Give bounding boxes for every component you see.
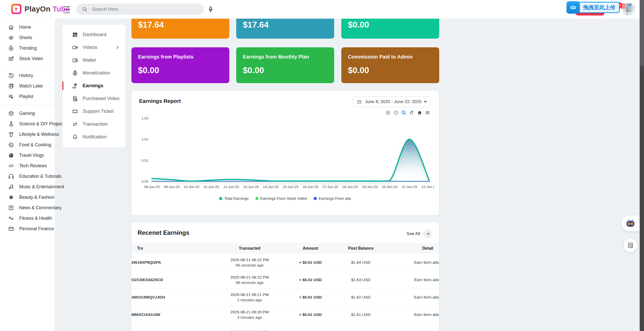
column-header-transacted: Transacted: [214, 243, 285, 254]
beauty-icon: [8, 194, 14, 201]
menu-item-purchased-video[interactable]: Purchased Video: [62, 92, 126, 105]
ai-assistant-button[interactable]: [621, 215, 640, 231]
wallet-icon: [72, 57, 78, 63]
detail-cell: Earn form ads: [386, 271, 439, 289]
sidebar-item-personal-finance[interactable]: Personal Finance: [0, 224, 55, 234]
earnings-chart[interactable]: 1.531.020.510.0008-Jun-2509-Jun-2510-Jun…: [137, 114, 434, 194]
sidebar-item-education-tutorials[interactable]: Education & Tutorials: [0, 171, 55, 182]
legend-item-total-earnings[interactable]: Total Earnings: [219, 196, 248, 201]
earnings-icon: [72, 82, 78, 89]
sidebar-item-watch-later[interactable]: Watch Later: [0, 81, 55, 91]
legend-item-earnings-from-ads[interactable]: Earnings From ads: [314, 196, 351, 201]
ai-assistant-icon: [625, 218, 636, 228]
summary-card[interactable]: $0.00: [341, 18, 439, 39]
gaming-icon: [8, 110, 14, 117]
menu-item-wallet[interactable]: Wallet: [62, 54, 126, 67]
svg-text:22-Jun-25: 22-Jun-25: [422, 185, 434, 189]
earnings-report-card: Earnings Report June 8, 2025 - June 22, …: [131, 91, 439, 215]
sidebar-item-label: Fitness & Health: [19, 216, 52, 221]
summary-card[interactable]: $17.64: [236, 18, 334, 39]
menu-item-transaction[interactable]: Transaction: [62, 118, 126, 130]
svg-text:1.53: 1.53: [142, 116, 148, 120]
home-icon: [8, 24, 14, 31]
trx-cell: AW1G3WQVJJGH: [131, 289, 214, 306]
summary-card-earnings-from-monthly-plan[interactable]: Earnings from Monthly Plan$0.00: [236, 47, 334, 83]
svg-text:09-Jun-25: 09-Jun-25: [164, 185, 179, 189]
sidebar-item-stock-video[interactable]: Stock Video: [0, 53, 55, 64]
search-bar[interactable]: [76, 4, 204, 15]
monetization-icon: [72, 70, 78, 76]
videos-icon: [72, 44, 78, 51]
column-header-post-balance: Post Balance: [336, 243, 386, 254]
sidebar-item-gaming[interactable]: Gaming: [0, 108, 55, 119]
mic-icon[interactable]: [206, 5, 215, 14]
sidebar-item-label: Watch Later: [19, 83, 43, 89]
transaction-icon: [72, 121, 78, 127]
sidebar-item-label: Beauty & Fashion: [19, 195, 54, 200]
svg-text:12-Jun-25: 12-Jun-25: [223, 185, 239, 189]
sidebar-item-beauty-fashion[interactable]: Beauty & Fashion: [0, 192, 55, 203]
table-row[interactable]: 2025-06-21 06:18 PM: [131, 323, 439, 331]
menu-item-dashboard[interactable]: Dashboard: [62, 28, 126, 41]
table-row[interactable]: 9B6XCIA51UIW2025-06-21 06:20 PM3 minutes…: [131, 306, 439, 323]
summary-card-value: $0.00: [138, 65, 223, 75]
post-balance-cell: $1.61 USD: [336, 306, 386, 323]
table-row[interactable]: 2W19XP9QIZPA2025-06-21 06:22 PM56 second…: [131, 254, 439, 271]
notes-button[interactable]: [624, 238, 637, 252]
menu-item-videos[interactable]: Videos: [62, 41, 126, 54]
earnings-table-header: TrxTransactedAmountPost BalanceDetail: [131, 243, 439, 254]
purchased-video-icon: [72, 95, 78, 102]
table-row[interactable]: OZCDESS6Z5CD2025-06-21 06:22 PM58 second…: [131, 271, 439, 289]
svg-text:18-Jun-25: 18-Jun-25: [342, 185, 358, 189]
amount-cell: + $0.01 USD: [285, 271, 335, 289]
legend-item-earnings-from-stock-video[interactable]: Earnings From Stock Video: [255, 196, 307, 201]
summary-card-earnings-from-playlists[interactable]: Earnings from Playlists$0.00: [131, 47, 229, 83]
sidebar-item-home[interactable]: Home: [0, 22, 55, 32]
summary-card-value: $17.64: [243, 20, 334, 30]
arrow-right-icon: [423, 229, 432, 238]
see-all-button[interactable]: See All: [406, 229, 432, 238]
app-logo[interactable]: PlayOnTube: [11, 4, 70, 14]
summary-card-value: $0.00: [348, 20, 439, 30]
sidebar-item-label: Music & Entertainment: [19, 184, 64, 190]
sidebar-item-history[interactable]: History: [0, 70, 55, 81]
menu-item-label: Support Ticket: [83, 108, 114, 114]
post-balance-cell: $1.63 USD: [336, 271, 386, 289]
menu-item-label: Notification: [83, 134, 107, 140]
summary-card[interactable]: $17.64: [131, 18, 229, 39]
sidebar-item-travel-vlogs[interactable]: Travel Vlogs: [0, 150, 55, 161]
menu-item-monetization[interactable]: Monetization: [62, 67, 126, 79]
sidebar-item-news-commentary[interactable]: News & Commentary: [0, 203, 55, 213]
drag-upload-label: 拖拽至此上传: [578, 2, 620, 13]
svg-text:0.00: 0.00: [142, 180, 148, 183]
sidebar-item-food-cooking[interactable]: Food & Cooking: [0, 140, 55, 150]
chevron-right-icon: [114, 44, 121, 51]
svg-text:16-Jun-25: 16-Jun-25: [303, 185, 318, 189]
menu-item-notification[interactable]: Notification: [62, 130, 126, 143]
hamburger-menu-icon[interactable]: [63, 6, 70, 14]
sidebar-item-tech-reviews[interactable]: Tech Reviews: [0, 161, 55, 171]
date-range-select[interactable]: June 8, 2025 - June 22, 2025: [353, 96, 430, 107]
account-menu-card: DashboardVideosWalletMonetizationEarning…: [62, 25, 126, 148]
sidebar-divider: [0, 67, 55, 67]
menu-item-earnings[interactable]: Earnings: [62, 79, 126, 92]
sidebar-item-fitness-health[interactable]: Fitness & Health: [0, 213, 55, 224]
post-balance-cell: $1.64 USD: [336, 254, 386, 271]
menu-item-support-ticket[interactable]: Support Ticket: [62, 105, 126, 118]
summary-card-commission-paid-to-admin[interactable]: Commission Paid to Admin$0.00: [341, 47, 439, 83]
sidebar-item-trending[interactable]: Trending: [0, 43, 55, 53]
sidebar-item-shorts[interactable]: Shorts: [0, 32, 55, 43]
browser-scrollbar[interactable]: [640, 0, 644, 331]
sidebar-item-playlist[interactable]: Playlist: [0, 91, 55, 102]
table-row[interactable]: AW1G3WQVJJGH2025-06-21 06:21 PM2 minutes…: [131, 289, 439, 306]
sidebar-item-science-diy-projects[interactable]: Science & DIY Projects: [0, 119, 55, 129]
scrollbar-thumb[interactable]: [640, 0, 644, 66]
sidebar-item-lifestyle-wellness[interactable]: Lifestyle & Wellness: [0, 129, 55, 140]
support-ticket-icon: [72, 108, 78, 115]
search-input[interactable]: [92, 6, 199, 12]
sidebar-item-label: Trending: [19, 46, 37, 51]
sidebar-item-music-entertainment[interactable]: Music & Entertainment: [0, 182, 55, 192]
sidebar-item-label: History: [19, 73, 33, 78]
recent-earnings-card: Recenet Earnings See All TrxTransactedAm…: [131, 223, 439, 331]
drag-upload-overlay[interactable]: 拖拽至此上传: [567, 1, 620, 14]
